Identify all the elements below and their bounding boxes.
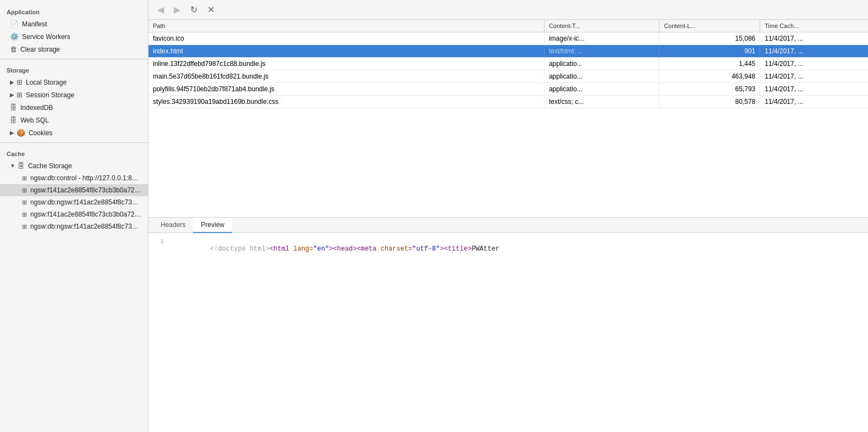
database-icon: 🗄 (18, 162, 25, 170)
table-row[interactable]: polyfills.94f5710eb2db7f871ab4.bundle.js… (149, 83, 868, 96)
grid-icon: ⊞ (22, 187, 27, 194)
grid-icon: ⊞ (22, 175, 27, 182)
sidebar-item-ngsw-db-ngsw2[interactable]: ⊞ ngsw:db:ngsw:f141ac2e8854f8c73cb3b0 (0, 220, 148, 232)
database-icon: 🗄 (10, 103, 17, 112)
table-row[interactable]: index.htmltext/html; ...90111/4/2017, ..… (149, 45, 868, 58)
col-header-path[interactable]: Path (149, 20, 544, 32)
tab-preview[interactable]: Preview (193, 218, 232, 233)
head-tag: ><head> (329, 245, 356, 253)
grid-icon: ⊞ (17, 78, 23, 86)
refresh-button[interactable]: ↻ (188, 3, 200, 16)
cell-content-type: image/x-ic... (544, 32, 659, 45)
sidebar-item-session-storage[interactable]: ▶ ⊞ Session Storage (0, 88, 148, 101)
database-icon: 🗄 (10, 116, 17, 124)
table-header-row: Path Content-T... Content-L... Time Cach… (149, 20, 868, 32)
divider-1 (0, 59, 148, 59)
cell-time-cache: 11/4/2017, ... (760, 70, 868, 83)
cell-content-length: 1,445 (660, 58, 760, 70)
sidebar-item-ngsw-f141-2[interactable]: ⊞ ngsw:f141ac2e8854f8c73cb3b0a7250d7 (0, 208, 148, 220)
sidebar-item-manifest[interactable]: 📄 Manifest (0, 18, 148, 30)
main-panel: ◀ ▶ ↻ ✕ Path Content-T... Content-L... T… (149, 0, 868, 432)
cell-time-cache: 11/4/2017, ... (760, 32, 868, 45)
lang-val: "en" (313, 245, 329, 253)
cell-path: polyfills.94f5710eb2db7f871ab4.bundle.js (149, 83, 544, 96)
close-button[interactable]: ✕ (205, 3, 217, 16)
cell-content-type: text/html; ... (544, 45, 659, 58)
cell-content-length: 80,578 (660, 96, 760, 108)
col-header-content-length[interactable]: Content-L... (660, 20, 760, 32)
cell-path: index.html (149, 45, 544, 58)
charset-val: "utf-8" (412, 245, 440, 253)
arrow-right-icon: ▶ (10, 92, 14, 98)
lang-attr: lang= (289, 245, 313, 253)
sidebar-item-cookies[interactable]: ▶ 🍪 Cookies (0, 126, 148, 139)
table-row[interactable]: main.5e37d65be8b161fcd821.bundle.jsappli… (149, 70, 868, 83)
sidebar-item-local-storage[interactable]: ▶ ⊞ Local Storage (0, 76, 148, 88)
table-row[interactable]: inline.13f22dffebd7987c1c88.bundle.jsapp… (149, 58, 868, 70)
cell-content-length: 463,948 (660, 70, 760, 83)
sidebar-item-ngsw-control[interactable]: ⊞ ngsw:db:control - http://127.0.0.1:808… (0, 172, 148, 184)
tab-headers[interactable]: Headers (153, 218, 193, 233)
code-preview: 1 <!doctype html><html lang="en"><head><… (149, 233, 868, 432)
back-button[interactable]: ◀ (155, 3, 166, 16)
arrow-right-icon: ▶ (10, 130, 14, 136)
cell-time-cache: 11/4/2017, ... (760, 58, 868, 70)
storage-section-title: Storage (0, 63, 148, 76)
line-number-1: 1 (149, 238, 171, 245)
sidebar-item-cache-storage[interactable]: ▼ 🗄 Cache Storage (0, 159, 148, 172)
bottom-panel: Headers Preview 1 <!doctype html><html l… (149, 218, 868, 432)
col-header-content-type[interactable]: Content-T... (544, 20, 659, 32)
sidebar: Application 📄 Manifest ⚙️ Service Worker… (0, 0, 149, 432)
arrow-right-icon: ▶ (10, 79, 14, 85)
sidebar-item-indexeddb[interactable]: 🗄 IndexedDB (0, 101, 148, 114)
cell-content-type: applicatio... (544, 58, 659, 70)
col-header-time-cache[interactable]: Time Cach... (760, 20, 868, 32)
doctype-text: <!doctype html> (210, 245, 270, 253)
cell-time-cache: 11/4/2017, ... (760, 83, 868, 96)
sidebar-item-ngsw-db-ngsw[interactable]: ⊞ ngsw:db:ngsw:f141ac2e8854f8c73cb3b0 (0, 196, 148, 208)
html-tag: <html (270, 245, 289, 253)
toolbar: ◀ ▶ ↻ ✕ (149, 0, 868, 20)
forward-button[interactable]: ▶ (172, 3, 183, 16)
title-text: PWAtter (471, 245, 499, 253)
sidebar-item-clear-storage[interactable]: 🗑 Clear storage (0, 43, 148, 56)
grid-icon: ⊞ (22, 199, 27, 206)
cache-table: Path Content-T... Content-L... Time Cach… (149, 20, 868, 218)
cell-content-type: applicatio... (544, 83, 659, 96)
cell-content-length: 65,793 (660, 83, 760, 96)
cell-content-type: text/css; c... (544, 96, 659, 108)
cell-time-cache: 11/4/2017, ... (760, 45, 868, 58)
table-row[interactable]: styles.342939190a19abd1169b.bundle.csste… (149, 96, 868, 108)
arrow-down-icon: ▼ (10, 163, 15, 169)
cell-content-length: 901 (660, 45, 760, 58)
document-icon: 📄 (10, 20, 19, 28)
cell-time-cache: 11/4/2017, ... (760, 96, 868, 108)
grid-icon: ⊞ (22, 211, 27, 218)
cookie-icon: 🍪 (17, 129, 25, 137)
gear-icon: ⚙️ (10, 32, 19, 41)
cell-path: inline.13f22dffebd7987c1c88.bundle.js (149, 58, 544, 70)
cache-section-title: Cache (0, 146, 148, 159)
meta-tag: <meta (357, 245, 377, 253)
cell-path: main.5e37d65be8b161fcd821.bundle.js (149, 70, 544, 83)
code-content-1: <!doctype html><html lang="en"><head><me… (171, 237, 868, 261)
cell-content-length: 15,086 (660, 32, 760, 45)
charset-attr: charset= (377, 245, 413, 253)
tabs-bar: Headers Preview (149, 218, 868, 233)
grid-icon: ⊞ (17, 91, 23, 99)
cell-content-type: applicatio... (544, 70, 659, 83)
cell-path: favicon.ico (149, 32, 544, 45)
code-line-1: 1 <!doctype html><html lang="en"><head><… (149, 237, 868, 261)
trash-icon: 🗑 (10, 45, 17, 53)
application-section-title: Application (0, 4, 148, 18)
title-tag: ><title> (440, 245, 472, 253)
sidebar-item-service-workers[interactable]: ⚙️ Service Workers (0, 30, 148, 43)
sidebar-item-web-sql[interactable]: 🗄 Web SQL (0, 114, 148, 126)
table-row[interactable]: favicon.icoimage/x-ic...15,08611/4/2017,… (149, 32, 868, 45)
divider-2 (0, 142, 148, 143)
cell-path: styles.342939190a19abd1169b.bundle.css (149, 96, 544, 108)
sidebar-item-ngsw-f141-1[interactable]: ⊞ ngsw:f141ac2e8854f8c73cb3b0a7250d7 (0, 184, 148, 196)
grid-icon: ⊞ (22, 223, 27, 230)
